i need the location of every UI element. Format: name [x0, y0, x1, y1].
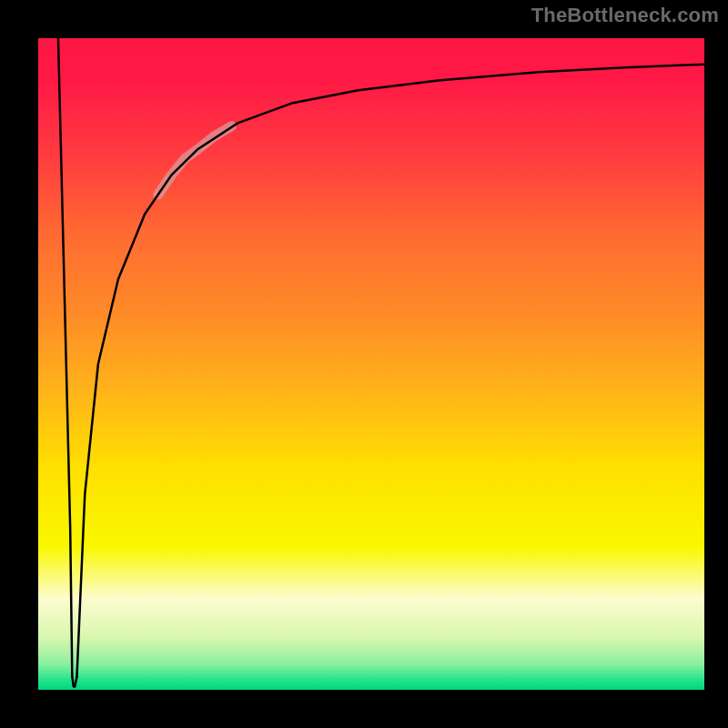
watermark-text: TheBottleneck.com	[531, 4, 719, 27]
chart-container: TheBottleneck.com	[0, 0, 728, 728]
plot-background	[38, 38, 704, 690]
chart-svg	[0, 0, 728, 728]
